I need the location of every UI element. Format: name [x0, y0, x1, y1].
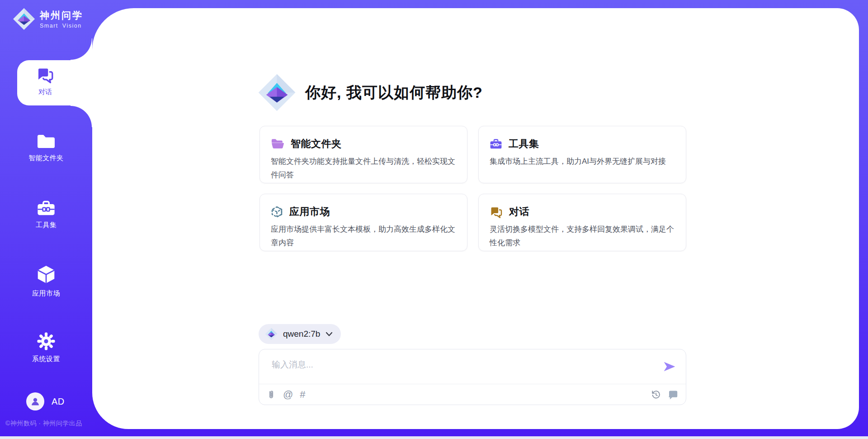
card-title: 对话 [509, 205, 529, 219]
greeting-logo-icon [258, 73, 296, 112]
toolbox-icon [37, 200, 56, 217]
mention-button[interactable]: @ [283, 390, 293, 400]
at-icon: @ [283, 390, 293, 400]
copyright: ©神州数码 · 神州问学出品 [5, 420, 82, 428]
card-description: 灵活切换多模型文件，支持多样回复效果调试，满足个性化需求 [490, 223, 675, 250]
composer-toolbar: @ # [266, 384, 679, 405]
feature-card-app-market[interactable]: 应用市场 应用市场提供丰富长文本模板，助力高效生成多样化文章内容 [259, 194, 467, 251]
feature-card-chat[interactable]: 对话 灵活切换多模型文件，支持多样回复效果调试，满足个性化需求 [478, 194, 686, 251]
chevron-down-icon [326, 331, 333, 337]
sidebar-item-toolset[interactable]: 工具集 [0, 200, 92, 229]
model-name: qwen2:7b [283, 329, 320, 339]
paperclip-icon [266, 389, 276, 400]
chat-icon [36, 67, 54, 83]
model-selector[interactable]: qwen2:7b [259, 324, 341, 344]
feature-card-smart-folder[interactable]: 智能文件夹 智能文件夹功能支持批量文件上传与清洗，轻松实现文件问答 [259, 126, 467, 183]
send-button[interactable] [663, 361, 676, 372]
greeting: 你好, 我可以如何帮助你? [258, 73, 483, 112]
brand: 神州问学 Smart Vision [13, 7, 83, 31]
comment-icon [668, 390, 679, 400]
brand-logo-icon [13, 7, 35, 31]
app: 神州问学 Smart Vision 对话 智能文件夹 工具集 [0, 0, 868, 439]
card-description: 应用市场提供丰富长文本模板，助力高效生成多样化文章内容 [271, 223, 456, 250]
feature-card-toolset[interactable]: 工具集 集成市场上主流工具，助力AI与外界无缝扩展与对接 [478, 126, 686, 183]
sidebar-item-label: 工具集 [36, 221, 57, 229]
cube-grid-icon [271, 206, 283, 218]
brand-diamond-icon [265, 328, 278, 340]
sidebar-item-app-market[interactable]: 应用市场 [0, 264, 92, 298]
message-input[interactable] [272, 355, 633, 374]
history-button[interactable] [651, 390, 661, 400]
card-title: 应用市场 [289, 205, 330, 219]
card-description: 集成市场上主流工具，助力AI与外界无缝扩展与对接 [490, 155, 675, 168]
send-icon [663, 361, 676, 372]
folder-open-icon [271, 138, 284, 150]
chat-icon [490, 206, 503, 218]
history-icon [651, 390, 661, 400]
cube-icon [36, 264, 57, 285]
sidebar-item-label: 智能文件夹 [28, 154, 64, 162]
composer: @ # [259, 349, 686, 405]
topic-button[interactable]: # [300, 390, 305, 400]
folder-icon [36, 133, 56, 150]
gear-icon [37, 332, 56, 351]
avatar [26, 392, 44, 410]
user-profile[interactable]: AD [26, 392, 65, 410]
card-title: 智能文件夹 [291, 137, 342, 151]
hash-icon: # [300, 390, 305, 400]
sidebar-item-settings[interactable]: 系统设置 [0, 332, 92, 363]
tab-curve-bottom [71, 105, 92, 127]
user-initials: AD [52, 396, 65, 407]
brand-name: 神州问学 [40, 9, 83, 22]
sidebar-item-label: 应用市场 [32, 289, 60, 298]
feedback-button[interactable] [668, 390, 679, 400]
attach-button[interactable] [266, 389, 276, 400]
tab-curve-top [71, 38, 92, 60]
page-bottom-strip [0, 436, 868, 439]
toolbox-icon [490, 138, 502, 150]
sidebar-item-label: 系统设置 [32, 355, 60, 363]
sidebar: 神州问学 Smart Vision 对话 智能文件夹 工具集 [0, 0, 92, 439]
brand-text: 神州问学 Smart Vision [40, 9, 83, 29]
person-icon [30, 396, 41, 407]
sidebar-item-chat[interactable]: 对话 [17, 60, 92, 105]
feature-cards: 智能文件夹 智能文件夹功能支持批量文件上传与清洗，轻松实现文件问答 工具集 集成… [259, 126, 686, 251]
greeting-title: 你好, 我可以如何帮助你? [305, 82, 483, 103]
card-title: 工具集 [509, 137, 539, 151]
sidebar-item-label: 对话 [17, 88, 73, 96]
card-description: 智能文件夹功能支持批量文件上传与清洗，轻松实现文件问答 [271, 155, 456, 182]
sidebar-item-smart-folder[interactable]: 智能文件夹 [0, 133, 92, 162]
brand-subtitle: Smart Vision [40, 23, 83, 29]
